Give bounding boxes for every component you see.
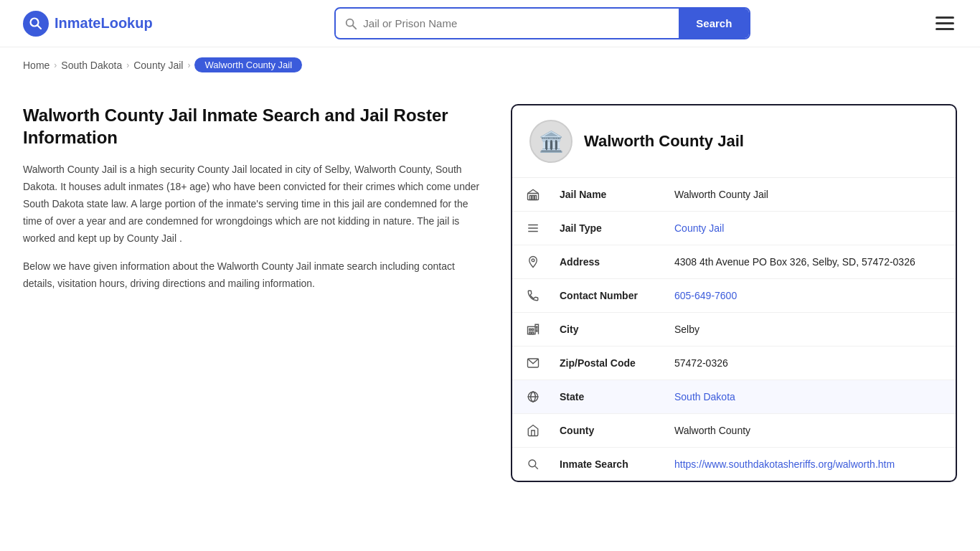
chevron-icon: › (126, 60, 129, 70)
row-label: Inmate Search (552, 448, 667, 480)
hamburger-menu[interactable] (933, 14, 957, 33)
logo-link[interactable]: InmateLookup (23, 11, 153, 37)
card-logo: 🏛️ (529, 120, 573, 163)
building-icon: 🏛️ (539, 130, 564, 154)
svg-line-1 (38, 25, 42, 29)
info-row: CountyWalworth County (512, 414, 956, 448)
main-content: Walworth County Jail Inmate Search and J… (0, 83, 980, 511)
row-icon (512, 212, 552, 245)
row-value[interactable]: 605-649-7600 (667, 280, 956, 311)
row-label: State (552, 381, 667, 413)
row-value: 4308 4th Avenue PO Box 326, Selby, SD, 5… (667, 246, 956, 278)
chevron-icon: › (54, 60, 57, 70)
search-button[interactable]: Search (679, 9, 749, 38)
info-row: Jail NameWalworth County Jail (512, 178, 956, 212)
card-header: 🏛️ Walworth County Jail (512, 105, 956, 178)
row-icon (512, 313, 552, 346)
row-icon (512, 279, 552, 312)
row-value[interactable]: South Dakota (667, 381, 956, 413)
row-value: Walworth County Jail (667, 179, 956, 210)
row-label: Jail Name (552, 179, 667, 210)
search-input[interactable] (363, 10, 670, 37)
info-row: Jail TypeCounty Jail (512, 212, 956, 245)
svg-rect-14 (532, 329, 534, 330)
chevron-icon: › (187, 60, 190, 70)
row-icon (512, 245, 552, 278)
svg-rect-15 (529, 332, 531, 334)
svg-point-21 (529, 460, 536, 467)
row-icon (512, 414, 552, 447)
row-value-link[interactable]: https://www.southdakotasheriffs.org/walw… (674, 458, 895, 470)
svg-rect-4 (528, 194, 539, 200)
info-row: Address4308 4th Avenue PO Box 326, Selby… (512, 245, 956, 279)
breadcrumb-state[interactable]: South Dakota (61, 60, 122, 71)
site-header: InmateLookup Search (0, 0, 980, 47)
logo-icon (23, 11, 49, 37)
svg-rect-17 (537, 326, 538, 328)
row-value: 57472-0326 (667, 347, 956, 379)
row-label: Address (552, 246, 667, 278)
svg-rect-13 (529, 329, 531, 330)
svg-rect-7 (534, 196, 536, 200)
search-bar-inner (336, 10, 679, 37)
svg-line-22 (535, 466, 538, 469)
search-icon (344, 17, 357, 30)
info-card: 🏛️ Walworth County Jail Jail NameWalwort… (511, 104, 957, 482)
row-label: Jail Type (552, 212, 667, 244)
info-row: Zip/Postal Code57472-0326 (512, 347, 956, 380)
row-label: County (552, 415, 667, 446)
breadcrumb-home[interactable]: Home (23, 60, 50, 71)
svg-rect-5 (530, 196, 532, 200)
row-icon (512, 178, 552, 211)
row-label: Contact Number (552, 280, 667, 311)
row-icon (512, 380, 552, 413)
page-title: Walworth County Jail Inmate Search and J… (23, 104, 482, 149)
info-row: CitySelby (512, 313, 956, 347)
breadcrumb-current: Walworth County Jail (194, 57, 302, 72)
svg-point-11 (532, 259, 534, 262)
info-row: Contact Number605-649-7600 (512, 279, 956, 313)
row-value-link[interactable]: County Jail (674, 222, 724, 234)
svg-rect-6 (532, 196, 534, 200)
row-label: Zip/Postal Code (552, 347, 667, 379)
row-label: City (552, 314, 667, 345)
row-value[interactable]: County Jail (667, 212, 956, 244)
info-rows: Jail NameWalworth County JailJail TypeCo… (512, 178, 956, 481)
svg-rect-18 (537, 330, 538, 331)
info-row: Inmate Searchhttps://www.southdakotasher… (512, 448, 956, 481)
breadcrumb: Home › South Dakota › County Jail › Walw… (0, 47, 980, 83)
row-value: Selby (667, 314, 956, 345)
row-value-link[interactable]: South Dakota (674, 391, 735, 402)
logo-text: InmateLookup (55, 15, 153, 32)
row-value[interactable]: https://www.southdakotasheriffs.org/walw… (667, 448, 956, 480)
svg-line-3 (353, 25, 357, 29)
info-row: StateSouth Dakota (512, 380, 956, 414)
row-value: Walworth County (667, 415, 956, 446)
search-bar: Search (334, 7, 750, 39)
card-title: Walworth County Jail (584, 132, 744, 151)
left-panel: Walworth County Jail Inmate Search and J… (23, 104, 482, 482)
svg-rect-16 (532, 332, 534, 334)
description-paragraph-1: Walworth County Jail is a high security … (23, 161, 482, 247)
description-paragraph-2: Below we have given information about th… (23, 258, 482, 293)
row-icon (512, 347, 552, 380)
breadcrumb-type[interactable]: County Jail (133, 60, 183, 71)
row-icon (512, 448, 552, 481)
row-value-link[interactable]: 605-649-7600 (674, 290, 737, 301)
